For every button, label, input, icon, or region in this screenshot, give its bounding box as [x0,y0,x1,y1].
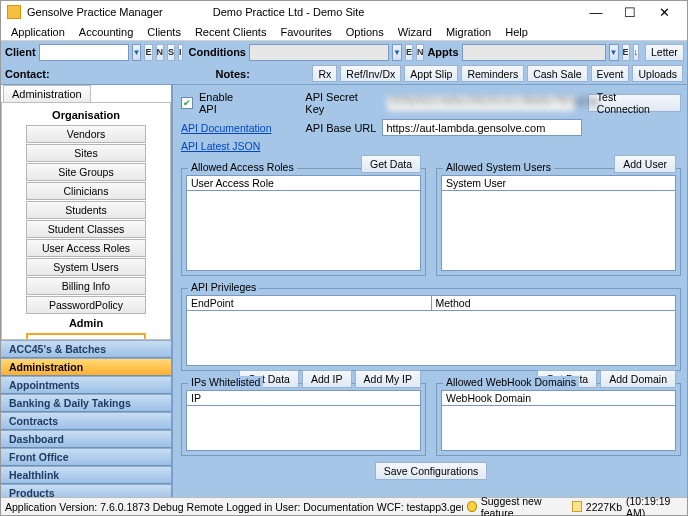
conditions-dropdown-icon[interactable]: ▼ [392,44,402,61]
client-label: Client [5,46,36,58]
sb-system-users[interactable]: System Users [26,258,146,276]
adduser-button[interactable]: Add User [614,155,676,173]
client-badge-e[interactable]: E [144,44,152,61]
menubar: Application Accounting Clients Recent Cl… [1,23,687,41]
hooks-legend: Allowed WebHook Domains [443,376,579,388]
refinvdx-button[interactable]: Ref/Inv/Dx [340,65,401,82]
menu-favourites[interactable]: Favourites [274,24,337,40]
letter-button[interactable]: Letter [645,44,684,61]
adddomain-button[interactable]: Add Domain [600,370,676,388]
maximize-button[interactable]: ☐ [613,3,647,21]
app-title: Gensolve Practice Manager [27,6,163,18]
secret-label: API Secret Key [305,91,380,115]
sb-user-access-roles[interactable]: User Access Roles [26,239,146,257]
menu-clients[interactable]: Clients [141,24,187,40]
menu-migration[interactable]: Migration [440,24,497,40]
appts-badge-e[interactable]: E [622,44,630,61]
base-url-field[interactable] [382,119,582,136]
reminders-button[interactable]: Reminders [461,65,524,82]
nav-contracts[interactable]: Contracts [1,412,171,430]
client-badge-s[interactable]: S [167,44,175,61]
status-time: (10:19:19 AM) [626,495,683,517]
enable-api-checkbox[interactable]: ✔ [181,97,193,109]
minimize-button[interactable]: — [579,3,613,21]
close-button[interactable]: ✕ [647,3,681,21]
hooks-list[interactable] [441,406,676,451]
allowed-access-roles-group: Allowed Access Roles Get Data User Acces… [181,168,426,276]
addmyip-button[interactable]: Add My IP [355,370,421,388]
hooks-column: WebHook Domain [441,390,676,406]
notes-label: Notes: [216,68,250,80]
sb-sites[interactable]: Sites [26,144,146,162]
priv-list[interactable] [186,311,676,366]
users-legend: Allowed System Users [443,161,554,173]
ips-column: IP [186,390,421,406]
sb-site-groups[interactable]: Site Groups [26,163,146,181]
nav-healthlink[interactable]: Healthlink [1,466,171,484]
nav-products[interactable]: Products [1,484,171,497]
nav-appointments[interactable]: Appointments [1,376,171,394]
uploads-button[interactable]: Uploads [632,65,683,82]
bulb-icon [467,501,477,512]
sidebar-tab-administration[interactable]: Administration [3,85,91,102]
ips-list[interactable] [186,406,421,451]
sb-students[interactable]: Students [26,201,146,219]
event-button[interactable]: Event [591,65,630,82]
addip-button[interactable]: Add IP [302,370,352,388]
sb-vendors[interactable]: Vendors [26,125,146,143]
menu-application[interactable]: Application [5,24,71,40]
priv-col-method: Method [431,295,677,311]
api-latest-json-link[interactable]: API Latest JSON [181,140,260,152]
client-badge-i[interactable]: I [178,44,183,61]
site-title: Demo Practice Ltd - Demo Site [213,6,365,18]
toolbar-row-1: Client ▼ E N S I Conditions ▼ E N Appts … [1,41,687,63]
sb-clinicians[interactable]: Clinicians [26,182,146,200]
roles-getdata-button[interactable]: Get Data [361,155,421,173]
sidebar-panel: Organisation Vendors Sites Site Groups C… [1,102,171,340]
conditions-badge-e[interactable]: E [405,44,413,61]
mem-icon [572,501,582,512]
suggest-feature-link[interactable]: Suggest new feature [481,495,564,517]
secret-field[interactable]: 3f29e5b2c4d6a1f0b32e41c98d5e7f61a02b [386,95,576,112]
nav-dashboard[interactable]: Dashboard [1,430,171,448]
conditions-combo[interactable] [249,44,389,61]
nav-banking[interactable]: Banking & Daily Takings [1,394,171,412]
appts-combo[interactable] [462,44,606,61]
nav-administration[interactable]: Administration [1,358,171,376]
client-dropdown-icon[interactable]: ▼ [132,44,142,61]
sb-password-policy[interactable]: PasswordPolicy [26,296,146,314]
sb-api-configuration[interactable]: API Configuration [26,333,146,340]
roles-list[interactable] [186,191,421,271]
api-doc-link[interactable]: API Documentation [181,122,271,134]
sb-student-classes[interactable]: Student Classes [26,220,146,238]
rx-button[interactable]: Rx [312,65,337,82]
appts-dropdown-icon[interactable]: ▼ [609,44,619,61]
nav-acc45s[interactable]: ACC45's & Batches [1,340,171,358]
status-bar: Application Version: 7.6.0.1873 Debug Re… [1,497,687,515]
roles-legend: Allowed Access Roles [188,161,297,173]
contact-label: Contact: [5,68,50,80]
sb-billing-info[interactable]: Billing Info [26,277,146,295]
conditions-label: Conditions [189,46,246,58]
nav-front-office[interactable]: Front Office [1,448,171,466]
menu-options[interactable]: Options [340,24,390,40]
priv-legend: API Privileges [188,281,259,293]
appts-label: Appts [427,46,458,58]
allowed-system-users-group: Allowed System Users Add User System Use… [436,168,681,276]
menu-recent-clients[interactable]: Recent Clients [189,24,273,40]
apptslip-button[interactable]: Appt Slip [404,65,458,82]
users-list[interactable] [441,191,676,271]
save-configurations-button[interactable]: Save Configurations [375,462,488,480]
client-combo[interactable] [39,44,129,61]
menu-wizard[interactable]: Wizard [392,24,438,40]
menu-help[interactable]: Help [499,24,534,40]
cashsale-button[interactable]: Cash Sale [527,65,587,82]
base-url-label: API Base URL [305,122,376,134]
sidebar-heading-admin: Admin [8,315,164,332]
menu-accounting[interactable]: Accounting [73,24,139,40]
conditions-badge-n[interactable]: N [416,44,425,61]
client-badge-n[interactable]: N [156,44,165,61]
priv-col-endpoint: EndPoint [186,295,431,311]
test-connection-button[interactable]: Test Connection [588,94,681,112]
appts-badge-dl[interactable]: ↓ [633,44,640,61]
